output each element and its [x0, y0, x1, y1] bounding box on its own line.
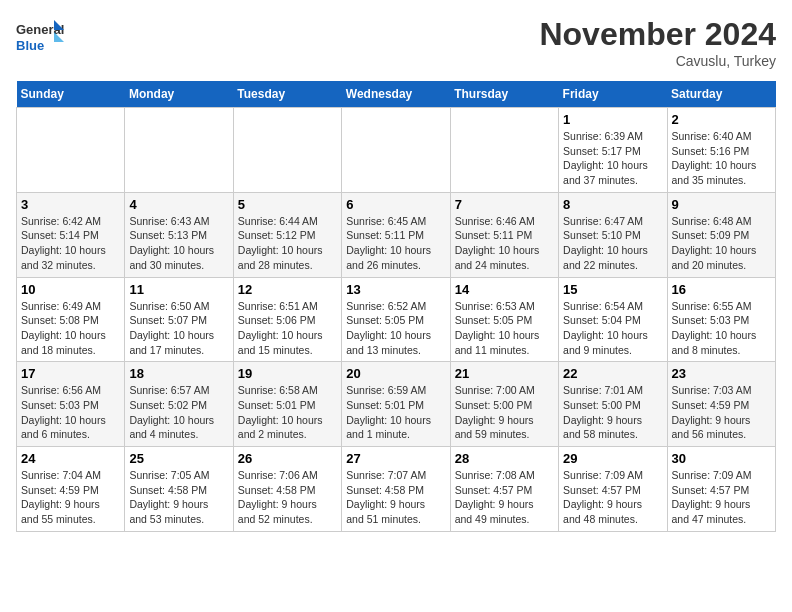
day-number: 27 — [346, 451, 445, 466]
day-info: Sunrise: 6:47 AM Sunset: 5:10 PM Dayligh… — [563, 214, 662, 273]
calendar-cell — [233, 108, 341, 193]
calendar-cell: 11Sunrise: 6:50 AM Sunset: 5:07 PM Dayli… — [125, 277, 233, 362]
weekday-header-saturday: Saturday — [667, 81, 775, 108]
day-info: Sunrise: 6:55 AM Sunset: 5:03 PM Dayligh… — [672, 299, 771, 358]
day-number: 21 — [455, 366, 554, 381]
day-number: 22 — [563, 366, 662, 381]
calendar-cell: 24Sunrise: 7:04 AM Sunset: 4:59 PM Dayli… — [17, 447, 125, 532]
calendar-cell — [450, 108, 558, 193]
day-info: Sunrise: 6:50 AM Sunset: 5:07 PM Dayligh… — [129, 299, 228, 358]
weekday-header-tuesday: Tuesday — [233, 81, 341, 108]
calendar-cell: 20Sunrise: 6:59 AM Sunset: 5:01 PM Dayli… — [342, 362, 450, 447]
day-number: 12 — [238, 282, 337, 297]
calendar-cell: 12Sunrise: 6:51 AM Sunset: 5:06 PM Dayli… — [233, 277, 341, 362]
day-info: Sunrise: 6:40 AM Sunset: 5:16 PM Dayligh… — [672, 129, 771, 188]
calendar-cell: 13Sunrise: 6:52 AM Sunset: 5:05 PM Dayli… — [342, 277, 450, 362]
calendar-cell: 7Sunrise: 6:46 AM Sunset: 5:11 PM Daylig… — [450, 192, 558, 277]
calendar-cell: 8Sunrise: 6:47 AM Sunset: 5:10 PM Daylig… — [559, 192, 667, 277]
day-info: Sunrise: 6:51 AM Sunset: 5:06 PM Dayligh… — [238, 299, 337, 358]
day-number: 10 — [21, 282, 120, 297]
day-info: Sunrise: 6:56 AM Sunset: 5:03 PM Dayligh… — [21, 383, 120, 442]
day-info: Sunrise: 7:03 AM Sunset: 4:59 PM Dayligh… — [672, 383, 771, 442]
day-number: 15 — [563, 282, 662, 297]
calendar-cell: 30Sunrise: 7:09 AM Sunset: 4:57 PM Dayli… — [667, 447, 775, 532]
day-number: 30 — [672, 451, 771, 466]
day-info: Sunrise: 6:53 AM Sunset: 5:05 PM Dayligh… — [455, 299, 554, 358]
day-number: 6 — [346, 197, 445, 212]
day-number: 24 — [21, 451, 120, 466]
calendar-cell — [342, 108, 450, 193]
day-info: Sunrise: 6:42 AM Sunset: 5:14 PM Dayligh… — [21, 214, 120, 273]
calendar-cell: 29Sunrise: 7:09 AM Sunset: 4:57 PM Dayli… — [559, 447, 667, 532]
day-info: Sunrise: 6:59 AM Sunset: 5:01 PM Dayligh… — [346, 383, 445, 442]
calendar-cell: 6Sunrise: 6:45 AM Sunset: 5:11 PM Daylig… — [342, 192, 450, 277]
day-info: Sunrise: 7:07 AM Sunset: 4:58 PM Dayligh… — [346, 468, 445, 527]
day-info: Sunrise: 6:49 AM Sunset: 5:08 PM Dayligh… — [21, 299, 120, 358]
day-info: Sunrise: 7:01 AM Sunset: 5:00 PM Dayligh… — [563, 383, 662, 442]
calendar-cell: 19Sunrise: 6:58 AM Sunset: 5:01 PM Dayli… — [233, 362, 341, 447]
calendar-cell: 10Sunrise: 6:49 AM Sunset: 5:08 PM Dayli… — [17, 277, 125, 362]
calendar-cell: 17Sunrise: 6:56 AM Sunset: 5:03 PM Dayli… — [17, 362, 125, 447]
day-info: Sunrise: 6:54 AM Sunset: 5:04 PM Dayligh… — [563, 299, 662, 358]
calendar-cell: 4Sunrise: 6:43 AM Sunset: 5:13 PM Daylig… — [125, 192, 233, 277]
calendar-cell: 1Sunrise: 6:39 AM Sunset: 5:17 PM Daylig… — [559, 108, 667, 193]
page-header: General Blue November 2024 Cavuslu, Turk… — [16, 16, 776, 69]
day-number: 26 — [238, 451, 337, 466]
location-subtitle: Cavuslu, Turkey — [539, 53, 776, 69]
day-number: 23 — [672, 366, 771, 381]
month-title: November 2024 — [539, 16, 776, 53]
day-info: Sunrise: 6:57 AM Sunset: 5:02 PM Dayligh… — [129, 383, 228, 442]
calendar-cell: 16Sunrise: 6:55 AM Sunset: 5:03 PM Dayli… — [667, 277, 775, 362]
day-info: Sunrise: 7:04 AM Sunset: 4:59 PM Dayligh… — [21, 468, 120, 527]
day-number: 20 — [346, 366, 445, 381]
calendar-cell: 23Sunrise: 7:03 AM Sunset: 4:59 PM Dayli… — [667, 362, 775, 447]
day-number: 25 — [129, 451, 228, 466]
calendar-cell: 3Sunrise: 6:42 AM Sunset: 5:14 PM Daylig… — [17, 192, 125, 277]
calendar-cell — [125, 108, 233, 193]
day-number: 7 — [455, 197, 554, 212]
day-number: 11 — [129, 282, 228, 297]
calendar-table: SundayMondayTuesdayWednesdayThursdayFrid… — [16, 81, 776, 532]
calendar-cell: 14Sunrise: 6:53 AM Sunset: 5:05 PM Dayli… — [450, 277, 558, 362]
day-info: Sunrise: 7:09 AM Sunset: 4:57 PM Dayligh… — [672, 468, 771, 527]
day-number: 13 — [346, 282, 445, 297]
calendar-cell: 9Sunrise: 6:48 AM Sunset: 5:09 PM Daylig… — [667, 192, 775, 277]
logo: General Blue — [16, 16, 66, 61]
weekday-header-wednesday: Wednesday — [342, 81, 450, 108]
calendar-cell: 25Sunrise: 7:05 AM Sunset: 4:58 PM Dayli… — [125, 447, 233, 532]
calendar-cell: 15Sunrise: 6:54 AM Sunset: 5:04 PM Dayli… — [559, 277, 667, 362]
day-info: Sunrise: 7:09 AM Sunset: 4:57 PM Dayligh… — [563, 468, 662, 527]
day-info: Sunrise: 6:48 AM Sunset: 5:09 PM Dayligh… — [672, 214, 771, 273]
calendar-cell: 2Sunrise: 6:40 AM Sunset: 5:16 PM Daylig… — [667, 108, 775, 193]
day-info: Sunrise: 6:58 AM Sunset: 5:01 PM Dayligh… — [238, 383, 337, 442]
day-info: Sunrise: 6:45 AM Sunset: 5:11 PM Dayligh… — [346, 214, 445, 273]
day-number: 3 — [21, 197, 120, 212]
calendar-cell: 22Sunrise: 7:01 AM Sunset: 5:00 PM Dayli… — [559, 362, 667, 447]
calendar-cell: 18Sunrise: 6:57 AM Sunset: 5:02 PM Dayli… — [125, 362, 233, 447]
day-info: Sunrise: 7:05 AM Sunset: 4:58 PM Dayligh… — [129, 468, 228, 527]
calendar-cell: 27Sunrise: 7:07 AM Sunset: 4:58 PM Dayli… — [342, 447, 450, 532]
logo-svg: General Blue — [16, 16, 66, 61]
day-number: 29 — [563, 451, 662, 466]
svg-text:Blue: Blue — [16, 38, 44, 53]
day-number: 28 — [455, 451, 554, 466]
day-number: 14 — [455, 282, 554, 297]
day-number: 16 — [672, 282, 771, 297]
calendar-cell: 21Sunrise: 7:00 AM Sunset: 5:00 PM Dayli… — [450, 362, 558, 447]
day-info: Sunrise: 7:08 AM Sunset: 4:57 PM Dayligh… — [455, 468, 554, 527]
day-number: 8 — [563, 197, 662, 212]
title-block: November 2024 Cavuslu, Turkey — [539, 16, 776, 69]
calendar-cell: 28Sunrise: 7:08 AM Sunset: 4:57 PM Dayli… — [450, 447, 558, 532]
day-info: Sunrise: 7:00 AM Sunset: 5:00 PM Dayligh… — [455, 383, 554, 442]
day-info: Sunrise: 7:06 AM Sunset: 4:58 PM Dayligh… — [238, 468, 337, 527]
calendar-cell: 5Sunrise: 6:44 AM Sunset: 5:12 PM Daylig… — [233, 192, 341, 277]
day-info: Sunrise: 6:39 AM Sunset: 5:17 PM Dayligh… — [563, 129, 662, 188]
day-number: 18 — [129, 366, 228, 381]
day-info: Sunrise: 6:52 AM Sunset: 5:05 PM Dayligh… — [346, 299, 445, 358]
weekday-header-friday: Friday — [559, 81, 667, 108]
weekday-header-thursday: Thursday — [450, 81, 558, 108]
day-info: Sunrise: 6:46 AM Sunset: 5:11 PM Dayligh… — [455, 214, 554, 273]
day-number: 4 — [129, 197, 228, 212]
day-info: Sunrise: 6:44 AM Sunset: 5:12 PM Dayligh… — [238, 214, 337, 273]
day-number: 1 — [563, 112, 662, 127]
